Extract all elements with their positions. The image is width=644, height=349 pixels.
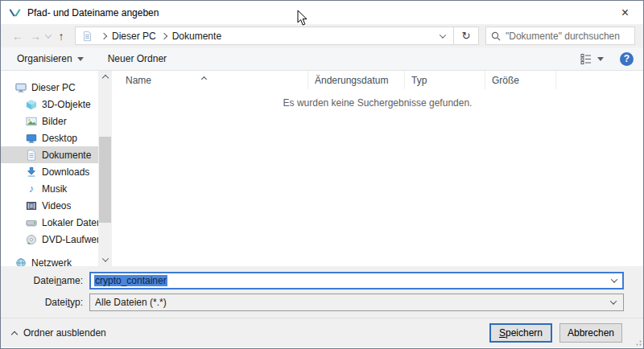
window-title: Pfad- und Dateiname angeben <box>27 7 159 18</box>
cancel-button[interactable]: Abbrechen <box>559 323 622 343</box>
scroll-down-icon[interactable] <box>98 253 112 266</box>
new-folder-button[interactable]: Neuer Ordner <box>101 47 173 70</box>
filetype-dropdown-icon[interactable] <box>610 298 617 304</box>
sidebar-item-label: Downloads <box>42 166 89 178</box>
mouse-cursor <box>297 10 308 27</box>
search-box[interactable] <box>485 27 635 45</box>
column-header-name[interactable]: Name <box>112 71 308 89</box>
scroll-up-icon[interactable] <box>98 71 112 84</box>
sidebar-item-label: Lokaler Datenträ <box>42 217 98 228</box>
sidebar-item-netzwerk[interactable]: Netzwerk <box>1 254 98 266</box>
breadcrumb-segment-dieser-pc[interactable]: Dieser PC <box>112 31 156 42</box>
refresh-button[interactable]: ↻ <box>454 27 479 45</box>
sidebar-item-label: DVD-Laufwerk (D <box>42 234 98 245</box>
folder-document-icon <box>82 31 93 42</box>
cube-3d-icon <box>26 99 37 110</box>
history-chevron-icon[interactable] <box>45 31 52 38</box>
filename-dropdown-icon[interactable] <box>611 276 617 282</box>
breadcrumb-separator-icon <box>160 32 167 39</box>
column-headers: Name Änderungsdatum Typ Größe <box>112 71 643 89</box>
save-dialog-window: Pfad- und Dateiname angeben × ← → ↑ Dies… <box>0 0 644 349</box>
organize-button[interactable]: Organisieren <box>10 47 90 70</box>
chevron-down-icon <box>77 57 84 61</box>
sidebar-item-label: Netzwerk <box>31 257 72 267</box>
sidebar-item-musik[interactable]: ♪ Musik <box>1 180 98 197</box>
command-toolbar: Organisieren Neuer Ordner ? <box>1 47 643 71</box>
network-globe-icon <box>15 257 27 267</box>
filetype-select[interactable]: Alle Dateien (*.*) <box>89 294 624 311</box>
hide-folders-label: Ordner ausblenden <box>23 327 106 339</box>
document-icon <box>26 150 37 161</box>
filename-label: Dateiname: <box>1 275 89 286</box>
title-bar: Pfad- und Dateiname angeben × <box>1 1 643 24</box>
sort-ascending-icon <box>202 72 206 84</box>
navigation-bar: ← → ↑ Dieser PC Dokumente ↻ <box>1 24 643 47</box>
column-header-typ[interactable]: Typ <box>405 71 485 89</box>
search-icon <box>491 31 501 41</box>
sidebar-item-dieser-pc[interactable]: Dieser PC <box>1 79 98 96</box>
breadcrumb[interactable]: Dieser PC Dokumente <box>75 27 454 45</box>
column-label: Änderungsdatum <box>315 75 388 86</box>
column-label: Größe <box>492 75 519 86</box>
change-view-button[interactable] <box>576 53 609 64</box>
chevron-down-icon <box>597 57 604 61</box>
column-label: Name <box>126 75 151 86</box>
sidebar-item-desktop[interactable]: Desktop <box>1 129 98 146</box>
hide-folders-button[interactable]: Ordner ausblenden <box>12 327 106 339</box>
list-view-icon <box>580 53 592 64</box>
close-button[interactable]: × <box>607 1 643 24</box>
resize-grip[interactable] <box>634 338 642 346</box>
search-input[interactable] <box>506 31 630 42</box>
veracrypt-icon <box>9 6 21 18</box>
breadcrumb-separator-icon <box>101 32 107 39</box>
back-icon[interactable]: ← <box>9 30 27 43</box>
refresh-icon: ↻ <box>462 30 471 42</box>
close-icon: × <box>621 6 629 20</box>
sidebar-item-label: Desktop <box>42 133 77 144</box>
filetype-label: Dateityp: <box>1 297 89 308</box>
sidebar-scrollbar[interactable] <box>98 71 112 266</box>
column-header-groesse[interactable]: Größe <box>485 71 556 89</box>
sidebar-item-3d-objekte[interactable]: 3D-Objekte <box>1 96 98 113</box>
picture-icon <box>26 116 37 127</box>
sidebar-item-label: Dokumente <box>42 150 91 161</box>
sidebar-item-label: Bilder <box>42 116 67 127</box>
sidebar-item-dokumente[interactable]: Dokumente <box>1 146 98 163</box>
sidebar-item-videos[interactable]: Videos <box>1 197 98 214</box>
file-list-area: Name Änderungsdatum Typ Größe Es wurden … <box>112 71 643 266</box>
chevron-up-icon <box>11 331 18 337</box>
sidebar-item-label: 3D-Objekte <box>42 99 91 110</box>
film-icon <box>26 200 37 211</box>
up-icon[interactable]: ↑ <box>52 30 70 43</box>
sidebar-item-label: Dieser PC <box>31 82 76 93</box>
dialog-button-bar: Ordner ausblenden Speichern Abbrechen <box>1 318 643 347</box>
column-header-aenderungsdatum[interactable]: Änderungsdatum <box>308 71 405 89</box>
filename-value: crypto_container <box>94 275 167 286</box>
scrollbar-thumb[interactable] <box>99 137 111 223</box>
help-button[interactable]: ? <box>620 52 634 66</box>
content-area: Dieser PC 3D-Objekte Bilder Desktop Doku… <box>1 71 643 266</box>
filename-input[interactable]: crypto_container <box>89 272 624 289</box>
organize-label: Organisieren <box>17 53 72 64</box>
sidebar-item-dvd-laufwerk[interactable]: DVD-Laufwerk (D <box>1 231 98 248</box>
music-note-icon: ♪ <box>26 183 37 195</box>
address-dropdown-icon[interactable] <box>440 31 446 38</box>
download-arrow-icon <box>26 166 37 178</box>
sidebar-item-lokaler-datentraeger[interactable]: Lokaler Datenträ <box>1 214 98 231</box>
sidebar-item-label: Musik <box>42 183 67 195</box>
filetype-value: Alle Dateien (*.*) <box>95 297 167 308</box>
forward-icon[interactable]: → <box>27 30 44 43</box>
save-button[interactable]: Speichern <box>489 323 552 343</box>
breadcrumb-segment-dokumente[interactable]: Dokumente <box>172 31 221 42</box>
dvd-disc-icon <box>26 234 37 245</box>
navigation-pane: Dieser PC 3D-Objekte Bilder Desktop Doku… <box>1 71 98 266</box>
file-entry-panel: Dateiname: crypto_container Dateityp: Al… <box>1 266 643 318</box>
empty-results-message: Es wurden keine Suchergebnisse gefunden. <box>112 97 643 109</box>
sidebar-item-label: Videos <box>42 200 71 211</box>
column-label: Typ <box>411 75 427 86</box>
monitor-icon <box>15 82 27 93</box>
new-folder-label: Neuer Ordner <box>108 53 167 64</box>
desktop-icon <box>26 133 37 144</box>
sidebar-item-bilder[interactable]: Bilder <box>1 113 98 129</box>
sidebar-item-downloads[interactable]: Downloads <box>1 163 98 180</box>
